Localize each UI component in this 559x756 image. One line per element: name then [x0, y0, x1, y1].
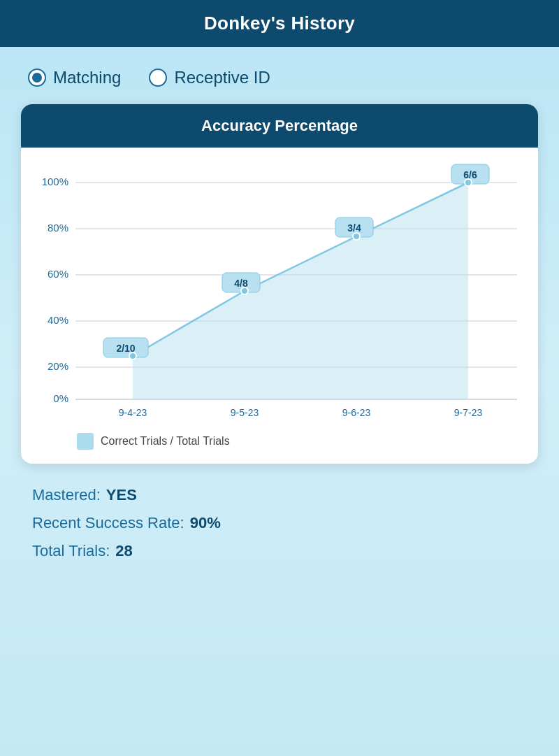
total-trials-label: Total Trials: [32, 542, 110, 560]
chart-card-header: Accuracy Percentage [21, 104, 538, 148]
app-header: Donkey's History [0, 0, 559, 47]
legend-color-box [77, 433, 94, 450]
svg-point-23 [353, 233, 360, 240]
radio-group: Matching Receptive ID [21, 68, 538, 87]
svg-text:9-4-23: 9-4-23 [119, 407, 147, 418]
chart-card: Accuracy Percentage 100% 80% 60% 40% 20%… [21, 104, 538, 464]
svg-text:100%: 100% [42, 176, 68, 187]
mastered-row: Mastered: YES [32, 486, 538, 504]
main-content: Matching Receptive ID Accuracy Percentag… [0, 47, 559, 756]
radio-receptive-id-label: Receptive ID [174, 68, 270, 87]
mastered-label: Mastered: [32, 486, 101, 504]
chart-svg: 100% 80% 60% 40% 20% 0% [35, 162, 524, 427]
svg-text:40%: 40% [48, 314, 68, 326]
radio-receptive-id-circle[interactable] [149, 69, 167, 87]
radio-matching[interactable]: Matching [28, 68, 121, 87]
svg-text:6/6: 6/6 [463, 169, 477, 180]
success-rate-row: Recent Success Rate: 90% [32, 514, 538, 532]
total-trials-value: 28 [115, 542, 132, 560]
svg-text:60%: 60% [48, 268, 68, 280]
radio-receptive-id[interactable]: Receptive ID [149, 68, 270, 87]
svg-text:80%: 80% [48, 222, 68, 234]
stats-section: Mastered: YES Recent Success Rate: 90% T… [21, 486, 538, 560]
svg-text:20%: 20% [48, 360, 68, 372]
svg-text:9-7-23: 9-7-23 [454, 407, 483, 418]
svg-text:3/4: 3/4 [347, 222, 361, 234]
success-rate-value: 90% [190, 514, 221, 532]
svg-text:9-5-23: 9-5-23 [231, 407, 259, 418]
svg-point-21 [129, 352, 136, 359]
radio-matching-label: Matching [53, 68, 121, 87]
svg-point-22 [241, 287, 248, 294]
svg-point-24 [465, 179, 472, 186]
chart-title: Accuracy Percentage [201, 117, 358, 134]
mastered-value: YES [106, 486, 137, 504]
chart-body: 100% 80% 60% 40% 20% 0% [21, 148, 538, 464]
svg-marker-12 [133, 183, 468, 399]
svg-text:9-6-23: 9-6-23 [342, 407, 371, 418]
page-title: Donkey's History [204, 13, 355, 34]
radio-matching-circle[interactable] [28, 69, 46, 87]
success-rate-label: Recent Success Rate: [32, 514, 184, 532]
chart-legend: Correct Trials / Total Trials [35, 427, 524, 452]
chart-area: 100% 80% 60% 40% 20% 0% [35, 162, 524, 427]
total-trials-row: Total Trials: 28 [32, 542, 538, 560]
svg-text:0%: 0% [53, 392, 68, 404]
legend-label: Correct Trials / Total Trials [101, 435, 230, 448]
